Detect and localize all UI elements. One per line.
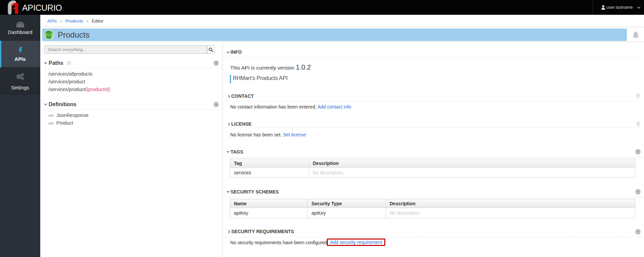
svg-text:{···}: {···} — [45, 32, 53, 37]
